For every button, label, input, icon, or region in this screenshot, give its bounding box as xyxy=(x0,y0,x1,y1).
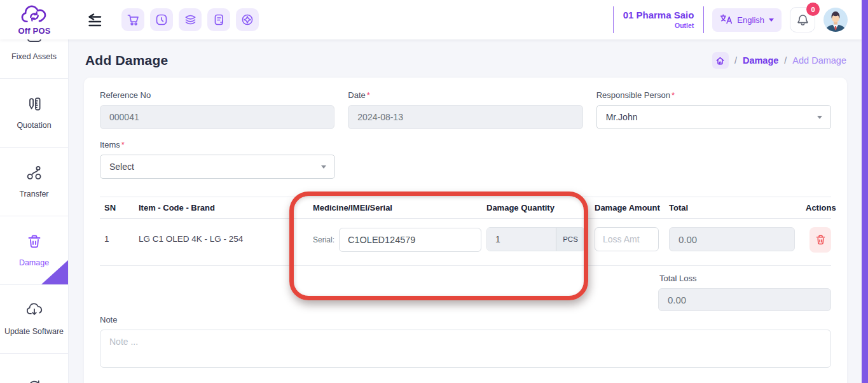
header-divider xyxy=(613,6,614,33)
breadcrumb: / Damage / Add Damage xyxy=(712,52,846,69)
table-row: 1 LG C1 OLED 4K - LG - 254 Serial: PCS xyxy=(100,219,831,266)
top-header: Off POS xyxy=(0,0,862,39)
clock-icon[interactable] xyxy=(150,8,173,31)
refresh-icon xyxy=(26,379,43,383)
breadcrumb-damage-link[interactable]: Damage xyxy=(743,55,778,66)
col-header-actions: Actions xyxy=(806,197,837,218)
date-field xyxy=(348,105,582,129)
required-marker: * xyxy=(367,90,370,100)
col-header-total: Total xyxy=(669,197,806,218)
total-loss-label: Total Loss xyxy=(659,274,831,283)
col-header-item: Item - Code - Brand xyxy=(139,197,313,218)
sidebar-collapse-icon[interactable] xyxy=(86,13,102,27)
store-info: 01 Pharma Saio Outlet xyxy=(622,10,696,30)
responsible-person-label: Responsible Person* xyxy=(596,90,831,100)
sidebar-item-label: Damage xyxy=(19,258,49,267)
sidebar-item-label: Fixed Assets xyxy=(11,52,57,61)
main-content: Add Damage / Damage / Add Damage Referen… xyxy=(69,39,862,383)
col-header-qty: Damage Quantity xyxy=(486,197,595,218)
sidebar-nav: Fixed Assets Quotation Tr xyxy=(0,39,69,383)
briefcase-icon xyxy=(26,39,43,46)
translate-icon xyxy=(720,14,733,26)
breadcrumb-current: Add Damage xyxy=(792,55,846,66)
date-label: Date* xyxy=(348,90,582,100)
transfer-icon xyxy=(26,165,43,184)
note-textarea[interactable] xyxy=(100,330,831,368)
items-select[interactable]: Select xyxy=(100,155,335,179)
unit-addon: PCS xyxy=(556,228,584,251)
add-damage-form-card: Reference No Date* Responsible Person* M… xyxy=(84,78,847,383)
responsible-person-value: Mr.John xyxy=(606,112,638,122)
damage-quantity-group: PCS xyxy=(486,227,585,251)
cloud-logo-icon xyxy=(19,5,50,28)
total-loss-input xyxy=(658,288,831,311)
app-logo[interactable]: Off POS xyxy=(0,4,69,36)
language-label: English xyxy=(737,15,764,25)
store-type: Outlet xyxy=(623,22,694,30)
sidebar-item-update-software[interactable]: Update Software xyxy=(0,285,68,354)
col-header-serial: Medicine/IMEI/Serial xyxy=(313,197,486,218)
layers-icon[interactable] xyxy=(179,8,202,31)
breadcrumb-separator: / xyxy=(784,55,787,66)
required-marker: * xyxy=(672,90,675,100)
items-label: Items* xyxy=(100,140,335,150)
logo-text: Off POS xyxy=(18,26,50,36)
compass-icon[interactable] xyxy=(236,8,259,31)
serial-input[interactable] xyxy=(339,228,481,252)
note-label: Note xyxy=(100,315,831,324)
serial-label: Serial: xyxy=(313,235,334,244)
items-select-value: Select xyxy=(109,162,134,172)
notifications-button[interactable]: 0 xyxy=(790,7,815,32)
user-avatar[interactable] xyxy=(823,8,848,32)
header-divider xyxy=(703,6,704,33)
responsible-person-select[interactable]: Mr.John xyxy=(596,105,831,129)
sidebar-item-label: Transfer xyxy=(19,190,48,198)
sidebar-item-transfer[interactable]: Transfer xyxy=(0,148,68,216)
chevron-down-icon xyxy=(321,165,326,169)
col-header-amount: Damage Amount xyxy=(595,197,669,218)
home-icon[interactable] xyxy=(712,52,729,69)
trash-icon xyxy=(815,234,826,246)
row-item-name: LG C1 OLED 4K - LG - 254 xyxy=(139,227,313,253)
damage-quantity-input xyxy=(487,228,556,251)
chevron-down-icon xyxy=(817,116,822,119)
sidebar-item-label: Update Software xyxy=(4,327,64,336)
col-header-sn: SN xyxy=(100,197,139,218)
damage-amount-input[interactable] xyxy=(595,227,659,251)
language-selector[interactable]: English xyxy=(712,8,782,32)
bell-icon xyxy=(796,13,809,27)
breadcrumb-separator: / xyxy=(734,55,737,66)
sidebar-item-quotation[interactable]: Quotation xyxy=(0,79,68,148)
quick-access-toolbar xyxy=(121,8,259,31)
delete-row-button[interactable] xyxy=(809,227,831,253)
store-name: 01 Pharma Saio xyxy=(623,10,694,22)
sidebar-item-label: Quotation xyxy=(17,121,51,130)
reference-no-field xyxy=(100,105,334,129)
required-marker: * xyxy=(121,140,125,150)
sidebar-item-next-partial[interactable] xyxy=(0,354,68,383)
page-scrollbar[interactable] xyxy=(862,0,868,383)
row-sn: 1 xyxy=(100,227,139,253)
damage-items-table: SN Item - Code - Brand Medicine/IMEI/Ser… xyxy=(100,197,831,266)
invoice-icon[interactable] xyxy=(207,8,230,31)
sidebar-item-fixed-assets[interactable]: Fixed Assets xyxy=(0,39,68,79)
cart-icon[interactable] xyxy=(121,8,144,31)
trash-icon xyxy=(26,233,43,253)
notification-badge: 0 xyxy=(806,3,820,16)
reference-no-label: Reference No xyxy=(100,90,334,100)
sidebar-item-damage[interactable]: Damage xyxy=(0,216,68,285)
pen-ruler-icon xyxy=(26,96,43,115)
cloud-download-icon xyxy=(26,302,43,321)
row-total-input xyxy=(669,227,795,251)
chevron-down-icon xyxy=(769,18,774,22)
page-title: Add Damage xyxy=(85,53,168,68)
